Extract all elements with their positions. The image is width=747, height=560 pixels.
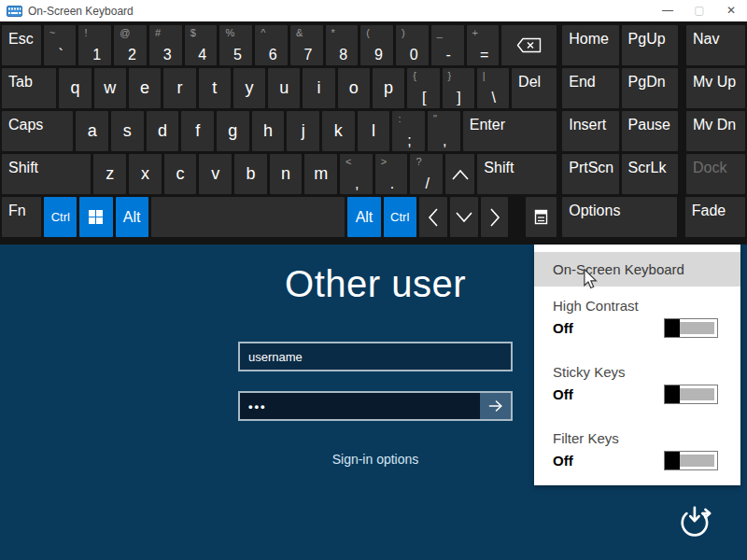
ease-of-access-icon[interactable] xyxy=(675,500,716,541)
login-screen: Other user Sign-in options On-Screen Key… xyxy=(0,245,747,560)
password-input[interactable] xyxy=(240,393,480,419)
key-label: n xyxy=(281,164,290,184)
key-label: u xyxy=(279,78,289,98)
key-r[interactable]: r xyxy=(163,68,195,108)
key-bracket-left[interactable]: {[ xyxy=(407,68,439,108)
key-left[interactable] xyxy=(419,197,447,237)
filter-keys-toggle[interactable] xyxy=(664,451,718,470)
key-2[interactable]: @2 xyxy=(114,25,147,65)
sign-in-submit-button[interactable] xyxy=(480,393,511,419)
key-w[interactable]: w xyxy=(94,68,126,108)
key-z[interactable]: z xyxy=(93,154,126,194)
key-8[interactable]: *8 xyxy=(326,25,359,65)
key-right[interactable] xyxy=(481,197,509,237)
sign-in-options-link[interactable]: Sign-in options xyxy=(238,452,513,467)
key-j[interactable]: j xyxy=(287,111,319,151)
key-shift-right[interactable]: Shift xyxy=(477,154,557,194)
key-g[interactable]: g xyxy=(217,111,249,151)
key-home[interactable]: Home xyxy=(562,25,618,65)
key-options[interactable]: Options xyxy=(562,197,677,237)
key-enter[interactable]: Enter xyxy=(463,111,557,151)
key-alt-left[interactable]: Alt xyxy=(116,197,148,237)
key-backslash[interactable]: |\ xyxy=(477,68,509,108)
key-scrlk[interactable]: ScrLk xyxy=(622,154,678,194)
key-end[interactable]: End xyxy=(562,68,618,108)
key-period[interactable]: >. xyxy=(375,154,408,194)
key-backspace[interactable] xyxy=(501,25,557,65)
key-up[interactable] xyxy=(445,154,474,194)
key-quote[interactable]: ", xyxy=(428,111,460,151)
key-5[interactable]: %5 xyxy=(219,25,252,65)
key-6[interactable]: ^6 xyxy=(255,25,288,65)
key-dash[interactable]: _- xyxy=(431,25,464,65)
key-k[interactable]: k xyxy=(322,111,355,151)
key-label: h xyxy=(263,121,273,141)
key-m[interactable]: m xyxy=(304,154,337,194)
key-down[interactable] xyxy=(450,197,478,237)
key-mv-up[interactable]: Mv Up xyxy=(686,68,745,108)
key-ctrl-right[interactable]: Ctrl xyxy=(384,197,416,237)
key-4[interactable]: $4 xyxy=(185,25,218,65)
key-ctrl-left[interactable]: Ctrl xyxy=(44,197,77,237)
key-d[interactable]: d xyxy=(147,111,179,151)
key-fn[interactable]: Fn xyxy=(2,197,41,237)
key-7[interactable]: &7 xyxy=(290,25,323,65)
key-esc[interactable]: Esc xyxy=(2,25,41,65)
key-pgup[interactable]: PgUp xyxy=(622,25,678,65)
key-prtscn[interactable]: PrtScn xyxy=(562,154,618,194)
key-space[interactable] xyxy=(151,197,345,237)
key-e[interactable]: e xyxy=(129,68,161,108)
key-t[interactable]: t xyxy=(199,68,231,108)
key-pause[interactable]: Pause xyxy=(622,111,678,151)
key-slash[interactable]: ?/ xyxy=(410,154,443,194)
key-u[interactable]: u xyxy=(268,68,300,108)
sticky-keys-toggle[interactable] xyxy=(664,385,718,404)
key-label: Ctrl xyxy=(390,210,409,224)
key-label: w xyxy=(104,78,116,98)
key-n[interactable]: n xyxy=(270,154,303,194)
key-i[interactable]: i xyxy=(303,68,334,108)
key-grave[interactable]: ~` xyxy=(44,25,77,65)
panel-item-on-screen-keyboard[interactable]: On-Screen Keyboard xyxy=(534,252,740,287)
key-menu[interactable] xyxy=(526,197,557,237)
keyboard-side-section: HomePgUpNav xyxy=(562,25,745,65)
key-win[interactable] xyxy=(79,197,112,237)
key-f[interactable]: f xyxy=(181,111,214,151)
minimize-button[interactable]: — xyxy=(652,0,684,21)
key-v[interactable]: v xyxy=(199,154,232,194)
key-pgdn[interactable]: PgDn xyxy=(622,68,678,108)
key-equals[interactable]: += xyxy=(467,25,500,65)
key-h[interactable]: h xyxy=(252,111,285,151)
key-caps[interactable]: Caps xyxy=(2,111,73,151)
key-o[interactable]: o xyxy=(338,68,370,108)
key-p[interactable]: p xyxy=(373,68,404,108)
key-1[interactable]: !1 xyxy=(78,25,111,65)
close-button[interactable]: ✕ xyxy=(715,0,747,21)
key-shift-left[interactable]: Shift xyxy=(2,154,91,194)
key-alt-right[interactable]: Alt xyxy=(347,197,380,237)
key-label: f xyxy=(195,121,200,141)
key-s[interactable]: s xyxy=(111,111,144,151)
key-c[interactable]: c xyxy=(164,154,197,194)
key-nav[interactable]: Nav xyxy=(686,25,745,65)
key-a[interactable]: a xyxy=(76,111,108,151)
high-contrast-toggle[interactable] xyxy=(664,318,718,338)
key-label: p xyxy=(384,78,393,98)
key-q[interactable]: q xyxy=(59,68,91,108)
key-tab[interactable]: Tab xyxy=(2,68,56,108)
key-x[interactable]: x xyxy=(129,154,162,194)
key-del[interactable]: Del xyxy=(512,68,557,108)
key-b[interactable]: b xyxy=(234,154,267,194)
key-0[interactable]: )0 xyxy=(396,25,429,65)
key-l[interactable]: l xyxy=(358,111,390,151)
username-input[interactable] xyxy=(240,343,519,370)
key-insert[interactable]: Insert xyxy=(562,111,618,151)
key-3[interactable]: #3 xyxy=(149,25,182,65)
key-comma[interactable]: <, xyxy=(340,154,373,194)
key-mv-dn[interactable]: Mv Dn xyxy=(686,111,745,151)
key-y[interactable]: y xyxy=(233,68,265,108)
key-9[interactable]: (9 xyxy=(360,25,393,65)
key-fade[interactable]: Fade xyxy=(685,197,745,237)
key-semicolon[interactable]: :; xyxy=(392,111,425,151)
key-bracket-right[interactable]: }] xyxy=(443,68,474,108)
